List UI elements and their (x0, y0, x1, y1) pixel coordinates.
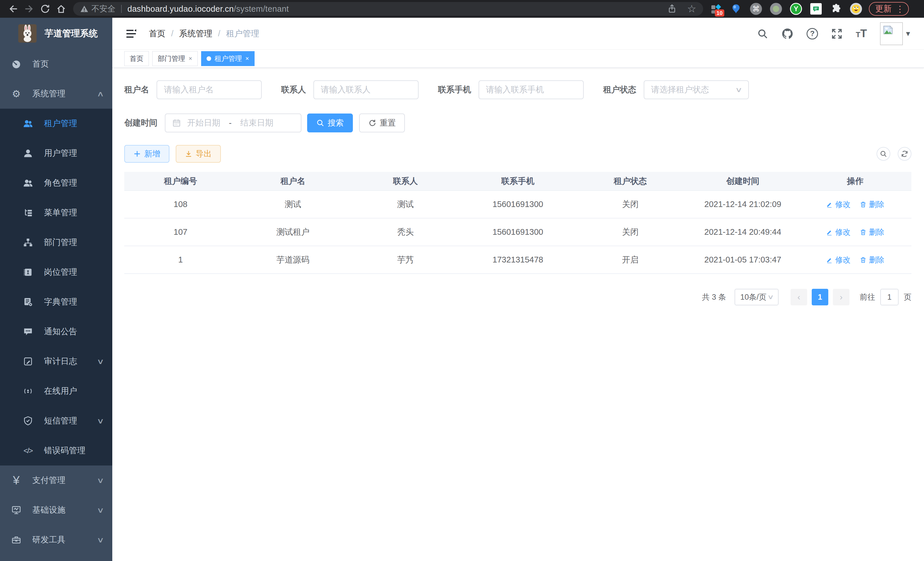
sidebar-item-system[interactable]: ⚙ 系统管理 ∧ (0, 79, 112, 109)
search-button[interactable]: 搜索 (307, 114, 353, 132)
sidebar-item-pay[interactable]: ¥ 支付管理 ∨ (0, 465, 112, 495)
help-icon[interactable]: ? (807, 28, 818, 39)
cell-created: 2021-12-14 20:49:44 (687, 227, 799, 237)
range-separator: - (229, 118, 232, 128)
reset-button[interactable]: 重置 (359, 114, 405, 132)
header-search-icon[interactable] (757, 28, 768, 39)
tenant-users-icon (22, 118, 34, 129)
refresh-icon-button[interactable] (898, 147, 911, 161)
reset-button-label: 重置 (380, 117, 396, 128)
sidebar-item-audit-log[interactable]: 审计日志 ∨ (0, 347, 112, 376)
delete-link[interactable]: 删除 (860, 227, 884, 237)
sidebar-item-online-users[interactable]: 在线用户 (0, 376, 112, 406)
delete-link[interactable]: 删除 (860, 199, 884, 210)
sidebar-item-label: 基础设施 (32, 504, 65, 516)
sidebar-item-tenant[interactable]: 租户管理 (0, 109, 112, 138)
tab-dept[interactable]: 部门管理 × (152, 51, 198, 66)
close-icon[interactable]: × (189, 55, 192, 62)
sidebar-item-error-code[interactable]: </> 错误码管理 (0, 436, 112, 465)
close-icon[interactable]: × (245, 55, 249, 62)
cell-created: 2021-01-05 17:03:47 (687, 255, 799, 265)
export-button-label: 导出 (196, 148, 212, 159)
create-time-range-picker[interactable]: 开始日期 - 结束日期 (165, 114, 302, 132)
address-bar[interactable]: 不安全 dashboard.yudao.iocoder.cn/system/te… (73, 2, 703, 16)
sidebar-item-menu[interactable]: 菜单管理 (0, 198, 112, 228)
sidebar-item-label: 菜单管理 (44, 207, 77, 218)
share-icon[interactable] (667, 4, 677, 14)
sidebar-item-dept[interactable]: 部门管理 (0, 228, 112, 257)
browser-update-button[interactable]: 更新 ⋮ (869, 2, 909, 16)
extension-icon-pin[interactable] (730, 3, 742, 15)
edit-link[interactable]: 修改 (826, 255, 850, 265)
extension-icon-boards[interactable]: 10 (710, 3, 722, 15)
tenant-name-input[interactable]: 请输入租户名 (157, 80, 262, 99)
sidebar-logo[interactable]: 芋道管理系统 (0, 18, 112, 49)
user-avatar[interactable] (880, 22, 903, 45)
sidebar-item-infra[interactable]: 基础设施 ∨ (0, 495, 112, 525)
edit-link[interactable]: 修改 (826, 199, 850, 210)
github-icon[interactable] (782, 28, 794, 40)
prev-page-button[interactable]: ‹ (790, 289, 807, 305)
url-text[interactable]: dashboard.yudao.iocoder.cn/system/tenant (128, 4, 289, 14)
tab-home[interactable]: 首页 (124, 51, 149, 66)
delete-link[interactable]: 删除 (860, 255, 884, 265)
extension-icon-y-green[interactable]: Y (790, 3, 802, 15)
goto-page-input[interactable] (880, 289, 898, 305)
sidebar-item-sms[interactable]: 短信管理 ∨ (0, 406, 112, 436)
page-size-select[interactable]: 10条/页 ∨ (735, 289, 778, 305)
breadcrumb-system[interactable]: 系统管理 (179, 28, 212, 39)
extension-icon-command[interactable]: ⌘ (750, 3, 762, 15)
browser-reload-icon[interactable] (37, 2, 53, 16)
sidebar-item-notice[interactable]: 通知公告 (0, 317, 112, 347)
contact-label: 联系人 (281, 84, 306, 96)
sidebar-item-label: 岗位管理 (44, 266, 77, 278)
browser-menu-kebab-icon[interactable]: ⋮ (896, 4, 904, 14)
browser-back-icon[interactable] (5, 2, 21, 16)
font-size-icon[interactable]: TT (856, 27, 867, 40)
cell-contact: 测试 (349, 199, 462, 210)
filter-row-1: 租户名 请输入租户名 联系人 请输入联系人 联系手机 请输入联系手机 租户状态 (124, 80, 911, 99)
tags-view-bar: 首页 部门管理 × 租户管理 × (112, 50, 924, 68)
extension-icon-chat[interactable] (810, 3, 822, 15)
tab-label: 租户管理 (214, 54, 242, 63)
extensions-puzzle-icon[interactable] (830, 3, 842, 15)
browser-home-icon[interactable] (53, 2, 69, 16)
bookmark-star-icon[interactable]: ☆ (687, 4, 696, 14)
add-button[interactable]: 新增 (124, 145, 170, 163)
start-date-placeholder: 开始日期 (187, 117, 220, 129)
contact-input[interactable]: 请输入联系人 (314, 80, 418, 99)
sidebar-item-devtools[interactable]: 研发工具 ∨ (0, 525, 112, 555)
next-page-button[interactable]: › (833, 289, 849, 305)
sidebar-item-label: 租户管理 (44, 118, 77, 129)
sidebar-item-dict[interactable]: 字典管理 (0, 287, 112, 317)
toggle-search-icon-button[interactable] (877, 147, 890, 161)
fullscreen-icon[interactable] (831, 28, 843, 39)
breadcrumb-current: 租户管理 (226, 28, 259, 39)
extension-icon-recorder[interactable] (770, 3, 782, 15)
sidebar-collapse-icon[interactable] (125, 27, 137, 40)
avatar-caret-icon[interactable]: ▼ (904, 30, 911, 38)
breadcrumb-home[interactable]: 首页 (149, 28, 165, 39)
sidebar-item-post[interactable]: 岗位管理 (0, 257, 112, 287)
cell-tenant-name: 芋道源码 (237, 254, 350, 266)
mobile-input[interactable]: 请输入联系手机 (478, 80, 584, 99)
broadcast-icon (22, 386, 34, 396)
sidebar-item-user[interactable]: 用户管理 (0, 138, 112, 168)
page-number-1[interactable]: 1 (812, 289, 828, 305)
table-row: 1 芋道源码 芋艿 17321315478 开启 2021-01-05 17:0… (124, 246, 911, 274)
chevron-down-icon: ∨ (767, 293, 774, 301)
tab-tenant[interactable]: 租户管理 × (201, 51, 255, 66)
profile-avatar-emoji[interactable] (850, 3, 862, 15)
export-button[interactable]: 导出 (176, 145, 221, 163)
sidebar-item-home[interactable]: 首页 (0, 49, 112, 79)
edit-link[interactable]: 修改 (826, 227, 850, 237)
status-select[interactable]: 请选择租户状态 ∨ (644, 80, 749, 99)
column-header: 租户编号 (124, 176, 237, 187)
security-label[interactable]: 不安全 (92, 3, 116, 14)
sidebar-item-role[interactable]: 角色管理 (0, 168, 112, 198)
goto-label: 前往 (860, 292, 875, 302)
screen: 不安全 dashboard.yudao.iocoder.cn/system/te… (0, 0, 924, 561)
sidebar-item-label: 通知公告 (44, 326, 77, 337)
cell-tenant-id: 1 (124, 255, 237, 265)
browser-forward-icon[interactable] (21, 2, 37, 16)
